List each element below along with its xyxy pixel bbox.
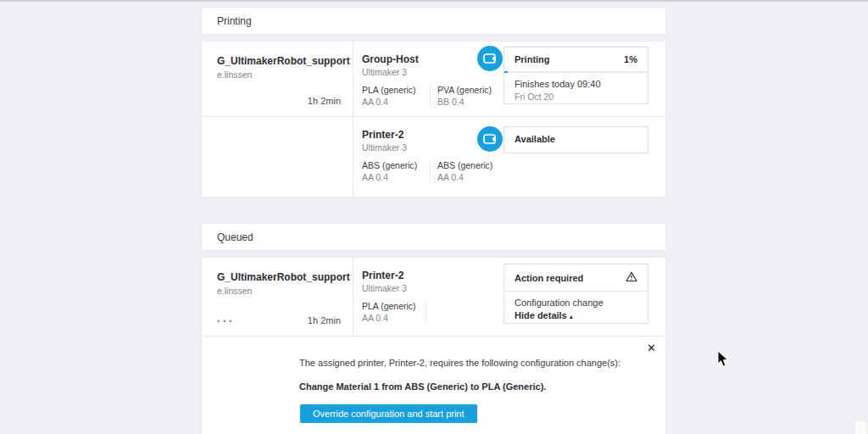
- queued-card: G_UltimakerRobot_support e.linssen ••• 1…: [201, 257, 666, 434]
- materials-list: ABS (generic) AA 0.4 ABS (generic) AA 0.…: [362, 160, 504, 182]
- warning-icon: [626, 271, 637, 284]
- print-core: AA 0.4: [362, 172, 430, 182]
- printing-section-header: Printing: [201, 7, 666, 35]
- queued-row: G_UltimakerRobot_support e.linssen ••• 1…: [202, 258, 665, 336]
- material-name: ABS (generic): [437, 160, 504, 170]
- job-info-cell: G_UltimakerRobot_support e.linssen ••• 1…: [202, 258, 353, 336]
- status-label: Printing: [515, 54, 550, 64]
- status-details: Finishes today 09:40 Fri Oct 20: [504, 73, 648, 102]
- printing-row-group-host: G_UltimakerRobot_support e.linssen 1h 2m…: [202, 42, 665, 117]
- finish-date: Fri Oct 20: [515, 92, 637, 102]
- material-slot-2: PVA (generic) BB 0.4: [430, 85, 504, 107]
- job-info-cell-empty: [202, 117, 353, 197]
- close-icon[interactable]: ✕: [647, 342, 656, 353]
- print-core: BB 0.4: [437, 97, 504, 107]
- material-slot-1: PLA (generic) AA 0.4: [362, 301, 426, 323]
- progress-percent: 1%: [624, 54, 637, 64]
- job-name: G_UltimakerRobot_support: [217, 271, 341, 283]
- progress-bar-fill: [504, 71, 508, 73]
- section-gap: [201, 198, 666, 223]
- materials-list: PLA (generic) AA 0.4: [362, 301, 504, 323]
- print-core: AA 0.4: [437, 172, 504, 182]
- override-configuration-button[interactable]: Override configuration and start print: [300, 404, 477, 423]
- material-change-instruction: Change Material 1 from ABS (Generic) to …: [299, 381, 546, 392]
- job-overflow-menu-icon[interactable]: •••: [217, 317, 235, 326]
- printing-row-printer-2: Printer-2 Ultimaker 3 ABS (generic) AA 0…: [202, 117, 665, 197]
- material-slot-1: PLA (generic) AA 0.4: [362, 85, 430, 107]
- printing-section-title: Printing: [217, 15, 252, 27]
- printer-icon: [477, 126, 503, 152]
- configuration-change-details-panel: ✕ The assigned printer, Printer-2, requi…: [202, 336, 665, 434]
- queued-section-header: Queued: [201, 223, 666, 251]
- configuration-change-message: The assigned printer, Printer-2, require…: [299, 358, 620, 368]
- printer-icon: [477, 46, 503, 71]
- finish-time: Finishes today 09:40: [515, 79, 637, 89]
- printing-card: G_UltimakerRobot_support e.linssen 1h 2m…: [201, 41, 666, 198]
- printer-model: Ultimaker 3: [362, 283, 504, 293]
- printer-status-box: Available: [504, 126, 648, 153]
- cura-connect-monitor-page: Printing G_UltimakerRobot_support e.lins…: [0, 0, 868, 434]
- status-header: Action required: [504, 264, 648, 292]
- material-name: PLA (generic): [362, 85, 430, 95]
- printer-info-cell: Printer-2 Ultimaker 3 PLA (generic) AA 0…: [353, 258, 504, 336]
- queue-content-column: Printing G_UltimakerRobot_support e.lins…: [201, 7, 666, 434]
- configuration-change-label: Configuration change: [515, 298, 637, 308]
- action-required-box: Action required Configuration change Hid…: [504, 264, 648, 324]
- status-header: Printing 1%: [504, 47, 648, 71]
- progress-bar: [504, 71, 648, 73]
- print-core: AA 0.4: [362, 313, 426, 323]
- material-name: PLA (generic): [362, 301, 426, 311]
- status-label: Available: [515, 134, 555, 144]
- mouse-cursor: [717, 350, 731, 372]
- chevron-up-icon: ▴: [570, 313, 573, 320]
- job-owner: e.linssen: [217, 70, 341, 80]
- material-name: ABS (generic): [362, 160, 430, 170]
- job-duration: 1h 2min: [308, 96, 341, 106]
- status-label: Action required: [515, 273, 583, 283]
- scrollbar-corner: [855, 421, 866, 434]
- printer-status-box: Printing 1% Finishes today 09:40 Fri Oct…: [504, 47, 648, 104]
- material-name: PVA (generic): [437, 85, 504, 95]
- materials-list: PLA (generic) AA 0.4 PVA (generic) BB 0.…: [362, 85, 504, 107]
- job-info-cell: G_UltimakerRobot_support e.linssen 1h 2m…: [202, 42, 353, 116]
- job-owner: e.linssen: [217, 286, 341, 296]
- queued-section-title: Queued: [217, 231, 253, 243]
- status-details: Configuration change Hide details▴: [504, 292, 648, 320]
- hide-details-toggle[interactable]: Hide details▴: [515, 310, 637, 320]
- job-duration: 1h 2min: [308, 315, 341, 326]
- material-slot-2: ABS (generic) AA 0.4: [430, 160, 504, 182]
- status-header: Available: [504, 127, 648, 151]
- job-name: G_UltimakerRobot_support: [217, 55, 341, 67]
- printer-name: Printer-2: [362, 270, 504, 281]
- material-slot-1: ABS (generic) AA 0.4: [362, 160, 430, 182]
- print-core: AA 0.4: [362, 97, 430, 107]
- window-top-edge: [0, 0, 868, 2]
